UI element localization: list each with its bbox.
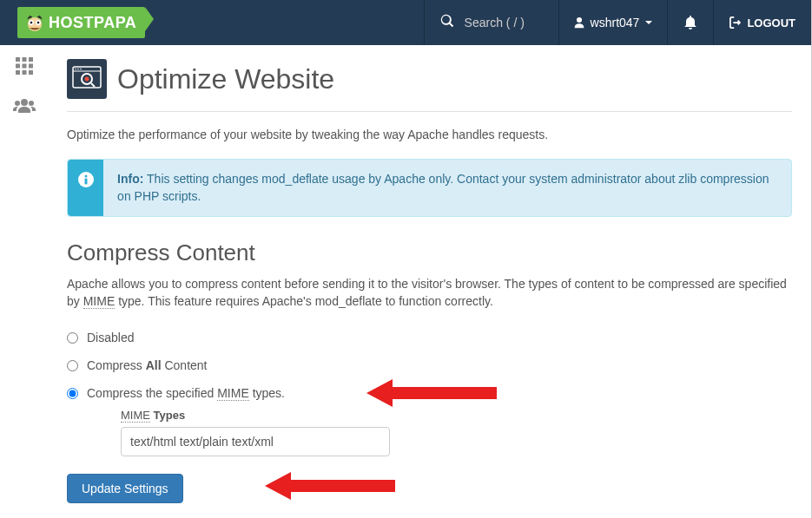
radio-disabled[interactable] [67, 332, 78, 344]
logout-icon [729, 16, 742, 29]
svg-point-3 [30, 22, 33, 24]
svg-rect-13 [29, 70, 33, 75]
annotation-arrow-icon [265, 472, 395, 500]
username: wshrt047 [591, 16, 640, 30]
logout-label: LOGOUT [747, 16, 795, 30]
svg-point-14 [21, 99, 28, 106]
svg-line-24 [91, 83, 95, 87]
search-box[interactable] [424, 0, 558, 45]
optimize-icon [67, 59, 107, 99]
option-all[interactable]: Compress All Content [67, 358, 792, 372]
mime-input[interactable] [121, 427, 390, 456]
svg-rect-6 [22, 57, 26, 62]
svg-rect-27 [84, 179, 87, 185]
svg-rect-12 [22, 70, 26, 75]
info-alert: Info: This setting changes mod_deflate u… [67, 159, 792, 217]
svg-point-21 [80, 69, 82, 70]
svg-point-20 [77, 69, 79, 70]
svg-rect-11 [16, 70, 20, 75]
main-content: Optimize Website Optimize the performanc… [48, 45, 811, 518]
svg-rect-7 [29, 57, 33, 62]
info-label: Info: [117, 172, 143, 186]
compress-title: Compress Content [67, 239, 792, 266]
svg-point-15 [15, 101, 20, 106]
brand-text: HOSTPAPA [49, 14, 136, 32]
topbar: HOSTPAPA wshrt047 LOGOUT [0, 0, 811, 45]
svg-point-23 [85, 77, 89, 82]
mime-types-block: MIME Types [121, 409, 792, 456]
user-menu[interactable]: wshrt047 [558, 0, 668, 45]
search-icon [440, 14, 454, 31]
chevron-down-icon [644, 18, 653, 27]
update-settings-button[interactable]: Update Settings [67, 474, 183, 503]
logout-button[interactable]: LOGOUT [713, 0, 811, 45]
svg-point-19 [75, 69, 76, 70]
info-text: This setting changes mod_deflate usage b… [117, 172, 769, 203]
users-icon[interactable] [13, 97, 36, 120]
svg-point-4 [37, 22, 40, 24]
svg-point-16 [29, 101, 34, 106]
mime-label: MIME Types [121, 409, 792, 422]
svg-rect-10 [29, 64, 33, 69]
intro-text: Optimize the performance of your website… [67, 128, 792, 141]
page-header: Optimize Website [67, 59, 792, 112]
annotation-arrow-icon [366, 379, 497, 407]
svg-rect-9 [22, 64, 26, 69]
sidebar [0, 45, 48, 518]
bell-icon [683, 16, 697, 30]
mascot-icon [23, 10, 47, 35]
user-icon [573, 16, 585, 29]
notifications[interactable] [667, 0, 713, 45]
compress-desc: Apache allows you to compress content be… [67, 275, 792, 311]
svg-point-26 [84, 175, 87, 178]
mime-abbr: MIME [83, 294, 116, 309]
apps-grid-icon[interactable] [14, 56, 35, 82]
option-disabled-label: Disabled [87, 331, 134, 344]
page-title: Optimize Website [117, 63, 334, 95]
radio-specified[interactable] [67, 388, 78, 399]
info-icon [68, 160, 103, 216]
svg-rect-5 [16, 57, 20, 62]
option-disabled[interactable]: Disabled [67, 331, 792, 344]
radio-all[interactable] [67, 360, 78, 371]
svg-rect-8 [16, 64, 20, 69]
search-input[interactable] [465, 16, 543, 30]
brand-logo[interactable]: HOSTPAPA [0, 0, 155, 45]
